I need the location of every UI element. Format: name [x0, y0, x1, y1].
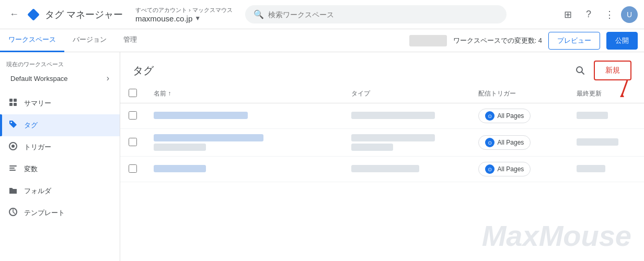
gtm-logo — [26, 7, 41, 22]
nav-right: ワークスペースでの変更数: 4 プレビュー 公開 — [409, 32, 644, 50]
tab-workspace[interactable]: ワークスペース — [0, 29, 64, 52]
sidebar-item-triggers[interactable]: トリガー — [0, 136, 120, 158]
row-checkbox[interactable] — [129, 164, 137, 173]
svg-rect-9 — [9, 168, 15, 169]
row-check-cell — [120, 103, 145, 129]
tag-updated-blurred — [577, 165, 605, 172]
search-icon — [575, 65, 585, 76]
svg-point-5 — [10, 122, 12, 123]
table-row[interactable]: All Pages — [120, 129, 644, 157]
sidebar-item-label-tags: タグ — [24, 121, 38, 130]
col-header-type[interactable]: タイプ — [343, 85, 469, 103]
logo-area: タグ マネージャー — [26, 7, 123, 22]
sidebar-item-summary[interactable]: サマリー — [0, 92, 120, 114]
tags-table: 名前 ↑ タイプ 配信トリガー 最終更新 — [120, 85, 644, 182]
workspace-section: 現在のワークスペース Default Workspace › — [0, 56, 120, 88]
account-dropdown-arrow: ▼ — [194, 15, 201, 22]
content-area: タグ 新規 — [120, 52, 644, 261]
row-checkbox[interactable] — [129, 111, 137, 120]
tag-type-blurred — [351, 165, 419, 172]
workspace-change-count: ワークスペースでの変更数: 4 — [453, 36, 542, 45]
svg-rect-1 — [9, 99, 13, 102]
trigger-icon — [485, 164, 494, 174]
user-icon-placeholder — [409, 35, 447, 46]
tag-type2-blurred — [351, 144, 393, 151]
col-header-check — [120, 85, 145, 103]
row-trigger-cell: All Pages — [470, 103, 568, 129]
workspace-name: Default Workspace — [10, 75, 68, 82]
tab-version[interactable]: バージョン — [64, 29, 115, 52]
trigger-icon — [485, 138, 494, 147]
search-input[interactable] — [268, 10, 498, 19]
top-header: ← タグ マネージャー すべてのアカウント › マックスマウス maxmouse… — [0, 0, 644, 29]
publish-button[interactable]: 公開 — [606, 32, 638, 50]
tab-manage[interactable]: 管理 — [115, 29, 145, 52]
avatar[interactable]: U — [621, 6, 638, 23]
sidebar-item-variables[interactable]: 変数 — [0, 158, 120, 180]
svg-rect-0 — [27, 8, 40, 21]
search-icon: 🔍 — [254, 9, 264, 19]
tags-icon — [8, 120, 18, 131]
sidebar-item-templates[interactable]: テンプレート — [0, 202, 120, 224]
tag-updated-blurred — [577, 138, 618, 146]
new-tag-button[interactable]: 新規 — [594, 61, 631, 80]
back-button[interactable]: ← — [6, 6, 22, 23]
row-name-cell — [145, 157, 343, 182]
row-type-cell — [343, 103, 469, 129]
tag-name2-blurred — [154, 144, 206, 151]
workspace-label: 現在のワークスペース — [6, 61, 113, 68]
sidebar-nav: サマリー タグ トリガー — [0, 92, 120, 224]
app-title: タグ マネージャー — [45, 8, 123, 21]
row-trigger-cell: All Pages — [470, 129, 568, 157]
sidebar-item-tags[interactable]: タグ — [0, 114, 120, 136]
nav-tabs: ワークスペース バージョン 管理 ワークスペースでの変更数: 4 プレビュー 公… — [0, 29, 644, 52]
header-actions: ⊞ ? ⋮ U — [558, 5, 638, 24]
help-icon: ? — [586, 9, 591, 20]
sidebar-item-label-templates: テンプレート — [24, 208, 65, 218]
row-updated-cell — [568, 157, 644, 182]
breadcrumb: すべてのアカウント › マックスマウス — [135, 6, 233, 14]
preview-button[interactable]: プレビュー — [548, 32, 600, 50]
panel-header: タグ 新規 — [120, 52, 644, 85]
summary-icon — [8, 98, 18, 109]
tag-name-blurred — [154, 165, 206, 172]
tag-updated-blurred — [577, 112, 608, 119]
help-button[interactable]: ? — [579, 5, 598, 24]
row-name-cell — [145, 103, 343, 129]
more-options-button[interactable]: ⋮ — [600, 5, 619, 24]
new-btn-wrapper: 新規 — [594, 61, 631, 80]
table-header-row: 名前 ↑ タイプ 配信トリガー 最終更新 — [120, 85, 644, 103]
trigger-label: All Pages — [498, 165, 524, 173]
main-layout: 現在のワークスペース Default Workspace › サマリー — [0, 52, 644, 261]
panel-actions: 新規 — [571, 61, 631, 80]
row-checkbox[interactable] — [129, 138, 137, 146]
table-row[interactable]: All Pages — [120, 103, 644, 129]
search-bar: 🔍 — [245, 5, 507, 23]
col-header-trigger: 配信トリガー — [470, 85, 568, 103]
svg-rect-10 — [9, 170, 16, 171]
sidebar-item-label-summary: サマリー — [24, 99, 51, 108]
svg-rect-4 — [14, 103, 17, 106]
svg-rect-2 — [14, 99, 17, 102]
sidebar-item-label-folders: フォルダ — [24, 186, 51, 196]
row-updated-cell — [568, 129, 644, 157]
variables-icon — [8, 163, 18, 175]
trigger-badge: All Pages — [478, 162, 531, 176]
workspace-item[interactable]: Default Workspace › — [6, 70, 113, 86]
tags-search-button[interactable] — [571, 61, 590, 80]
select-all-checkbox[interactable] — [129, 89, 137, 97]
col-header-name[interactable]: 名前 ↑ — [145, 85, 343, 103]
account-selector[interactable]: すべてのアカウント › マックスマウス maxmouse.co.jp ▼ — [135, 6, 233, 23]
sidebar-item-label-triggers: トリガー — [24, 143, 51, 152]
sidebar-item-label-variables: 変数 — [24, 164, 38, 174]
grid-view-button[interactable]: ⊞ — [558, 5, 577, 24]
row-check-cell — [120, 157, 145, 182]
row-updated-cell — [568, 103, 644, 129]
table-row[interactable]: All Pages — [120, 157, 644, 182]
row-check-cell — [120, 129, 145, 157]
svg-rect-8 — [9, 165, 17, 167]
tag-type-blurred — [351, 134, 435, 141]
trigger-label: All Pages — [498, 139, 524, 146]
sidebar-item-folders[interactable]: フォルダ — [0, 180, 120, 202]
watermark: MaxMouse — [482, 219, 631, 253]
